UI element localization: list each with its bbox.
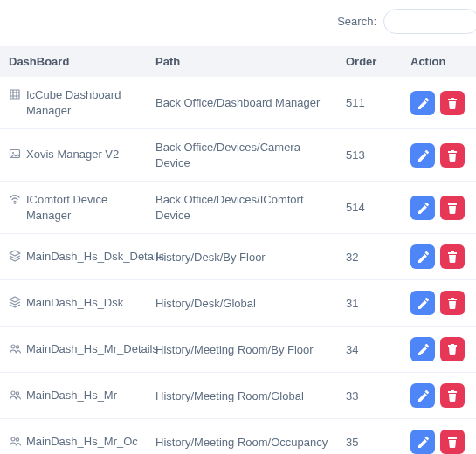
dashboard-cell: Xovis Manager V2 — [0, 129, 147, 182]
edit-button[interactable] — [410, 291, 435, 315]
edit-icon — [417, 297, 429, 309]
dashboard-cell: IcCube Dashboard Manager — [0, 77, 147, 129]
dashboard-name: MainDash_Hs_Mr_Oc — [26, 434, 138, 450]
dashboard-cell: MainDash_Hs_Dsk — [0, 280, 147, 327]
path-cell: Back Office/Devices/IComfort Device — [147, 182, 337, 234]
delete-button[interactable] — [440, 337, 465, 361]
edit-icon — [417, 251, 429, 263]
edit-button[interactable] — [410, 244, 435, 269]
dashboard-cell: IComfort Device Manager — [0, 182, 147, 234]
trash-icon — [446, 389, 459, 402]
order-cell: 513 — [337, 129, 402, 182]
layers-icon — [9, 250, 21, 266]
header-order[interactable]: Order — [337, 46, 402, 77]
edit-icon — [417, 343, 429, 355]
people-icon — [9, 389, 21, 405]
trash-icon — [446, 202, 459, 214]
dashboard-table: DashBoard Path Order Action IcCube Dashb… — [0, 46, 476, 454]
table-header-row: DashBoard Path Order Action — [0, 46, 476, 77]
layers-icon — [9, 296, 21, 313]
edit-icon — [417, 202, 429, 214]
action-cell — [402, 182, 476, 234]
trash-icon — [446, 297, 459, 309]
table-row: MainDash_Hs_Mr_OcHistory/Meeting Room/Oc… — [0, 419, 476, 454]
edit-icon — [417, 436, 429, 448]
search-label: Search: — [337, 15, 376, 28]
action-cell — [402, 373, 476, 419]
table-row: MainDash_Hs_MrHistory/Meeting Room/Globa… — [0, 373, 476, 419]
trash-icon — [446, 97, 459, 109]
dashboard-name: IcCube Dashboard Manager — [26, 87, 138, 118]
path-cell: Back Office/Dashboard Manager — [147, 77, 337, 129]
action-cell — [402, 77, 476, 129]
delete-button[interactable] — [440, 91, 465, 115]
dashboard-name: MainDash_Hs_Mr — [26, 388, 117, 403]
edit-button[interactable] — [410, 430, 435, 454]
delete-button[interactable] — [440, 244, 465, 269]
edit-button[interactable] — [410, 383, 435, 408]
dashboard-cell: MainDash_Hs_Mr_Details — [0, 327, 147, 373]
people-icon — [9, 342, 21, 359]
edit-icon — [417, 97, 429, 109]
edit-button[interactable] — [410, 91, 435, 115]
header-dashboard[interactable]: DashBoard — [0, 46, 147, 77]
dashboard-cell: MainDash_Hs_Dsk_Details — [0, 234, 147, 280]
table-row: MainDash_Hs_Mr_DetailsHistory/Meeting Ro… — [0, 327, 476, 373]
action-cell — [402, 280, 476, 327]
dashboard-name: IComfort Device Manager — [26, 192, 138, 223]
path-cell: History/Meeting Room/Global — [147, 373, 337, 419]
grid-icon — [9, 88, 21, 105]
dashboard-name: MainDash_Hs_Dsk_Details — [26, 249, 164, 265]
delete-button[interactable] — [440, 196, 465, 220]
dashboard-name: MainDash_Hs_Mr_Details — [26, 341, 158, 357]
header-action: Action — [402, 46, 476, 77]
search-bar: Search: — [0, 0, 476, 46]
dashboard-cell: MainDash_Hs_Mr — [0, 373, 147, 419]
delete-button[interactable] — [440, 143, 465, 168]
order-cell: 35 — [337, 419, 402, 454]
action-cell — [402, 419, 476, 454]
dashboard-cell: MainDash_Hs_Mr_Oc — [0, 419, 147, 454]
dashboard-name: Xovis Manager V2 — [26, 147, 119, 162]
table-row: MainDash_Hs_Dsk_DetailsHistory/Desk/By F… — [0, 234, 476, 280]
order-cell: 514 — [337, 182, 402, 234]
path-cell: History/Desk/By Floor — [147, 234, 337, 280]
table-row: IcCube Dashboard ManagerBack Office/Dash… — [0, 77, 476, 129]
action-cell — [402, 234, 476, 280]
search-input[interactable] — [383, 9, 476, 34]
path-cell: History/Meeting Room/Occupancy — [147, 419, 337, 454]
trash-icon — [446, 436, 459, 448]
order-cell: 511 — [337, 77, 402, 129]
delete-button[interactable] — [440, 383, 465, 408]
edit-button[interactable] — [410, 196, 435, 220]
trash-icon — [446, 343, 459, 355]
action-cell — [402, 327, 476, 373]
image-icon — [9, 148, 21, 164]
trash-icon — [446, 149, 459, 162]
order-cell: 31 — [337, 280, 402, 327]
trash-icon — [446, 251, 459, 263]
action-cell — [402, 129, 476, 182]
delete-button[interactable] — [440, 291, 465, 315]
delete-button[interactable] — [440, 430, 465, 454]
edit-button[interactable] — [410, 143, 435, 168]
path-cell: History/Desk/Global — [147, 280, 337, 327]
order-cell: 34 — [337, 327, 402, 373]
order-cell: 33 — [337, 373, 402, 419]
table-row: MainDash_Hs_DskHistory/Desk/Global31 — [0, 280, 476, 327]
path-cell: Back Office/Devices/Camera Device — [147, 129, 337, 182]
edit-button[interactable] — [410, 337, 435, 361]
table-row: Xovis Manager V2Back Office/Devices/Came… — [0, 129, 476, 182]
order-cell: 32 — [337, 234, 402, 280]
people-icon — [9, 435, 21, 451]
table-row: IComfort Device ManagerBack Office/Devic… — [0, 182, 476, 234]
edit-icon — [417, 149, 429, 162]
edit-icon — [417, 389, 429, 402]
dashboard-name: MainDash_Hs_Dsk — [26, 295, 123, 311]
wifi-icon — [9, 193, 21, 210]
path-cell: History/Meeting Room/By Floor — [147, 327, 337, 373]
header-path[interactable]: Path — [147, 46, 337, 77]
